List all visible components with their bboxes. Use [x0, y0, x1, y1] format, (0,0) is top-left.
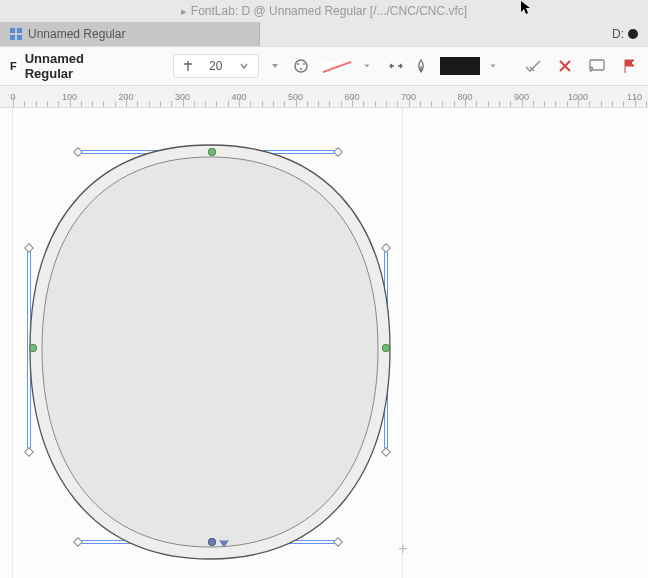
cursor-icon — [520, 0, 532, 19]
svg-rect-3 — [17, 35, 22, 40]
fill-swatch[interactable] — [440, 57, 480, 75]
svg-rect-1 — [17, 28, 22, 33]
node-right[interactable] — [382, 344, 390, 352]
tab-spacer — [260, 22, 602, 46]
glyph-canvas[interactable]: + — [0, 108, 648, 578]
svg-point-5 — [297, 63, 299, 65]
pen-swatch-group[interactable] — [318, 55, 380, 77]
flag-icon[interactable] — [618, 55, 640, 77]
svg-point-6 — [303, 63, 305, 65]
chevron-down-icon[interactable] — [482, 55, 504, 77]
toolbar: F Unnamed Regular — [0, 46, 648, 86]
svg-point-7 — [300, 68, 302, 70]
checkmark-icon[interactable] — [522, 55, 544, 77]
chevron-down-icon[interactable] — [356, 55, 378, 77]
cast-icon[interactable] — [586, 55, 608, 77]
toolbar-right — [522, 55, 640, 77]
svg-rect-0 — [10, 28, 15, 33]
chevron-down-icon[interactable] — [233, 55, 255, 77]
glyph-dot-icon — [628, 29, 638, 39]
window-title: FontLab: D @ Unnamed Regular [/.../CNC/C… — [191, 4, 467, 18]
font-name-label: Unnamed Regular — [25, 51, 110, 81]
glyph-bounds — [12, 108, 403, 578]
font-grid-icon — [10, 28, 22, 40]
tab-label: Unnamed Regular — [28, 27, 125, 41]
size-stepper[interactable] — [173, 54, 259, 78]
fill-swatch-group[interactable] — [438, 55, 506, 77]
node-bottom[interactable] — [208, 538, 216, 546]
font-badge-icon: F — [8, 59, 19, 73]
size-mode-icon[interactable] — [177, 55, 199, 77]
svg-rect-2 — [10, 35, 15, 40]
svg-point-4 — [295, 60, 307, 72]
horizontal-ruler: 01002003004005006007008009001000110 — [0, 86, 648, 108]
font-name[interactable]: F Unnamed Regular — [8, 51, 110, 81]
palette-icon[interactable] — [292, 55, 310, 77]
node-left[interactable] — [29, 344, 37, 352]
node-top[interactable] — [208, 148, 216, 156]
dropdown-arrow-icon[interactable] — [267, 55, 284, 77]
tab-bar: Unnamed Regular D: — [0, 22, 648, 46]
glyph-indicator-label: D: — [612, 27, 624, 41]
pen-tool-icon[interactable] — [413, 55, 430, 77]
flip-horizontal-icon[interactable] — [388, 55, 405, 77]
close-icon[interactable] — [554, 55, 576, 77]
start-point-marker[interactable] — [219, 541, 229, 548]
pointer-icon: ▸ — [181, 5, 187, 18]
tab-font[interactable]: Unnamed Regular — [0, 22, 260, 46]
stroke-none-swatch[interactable] — [320, 57, 354, 75]
glyph-indicator[interactable]: D: — [602, 22, 648, 46]
window-titlebar: ▸ FontLab: D @ Unnamed Regular [/.../CNC… — [0, 0, 648, 22]
size-input[interactable] — [201, 59, 231, 73]
toolbar-left: F Unnamed Regular — [8, 51, 110, 81]
